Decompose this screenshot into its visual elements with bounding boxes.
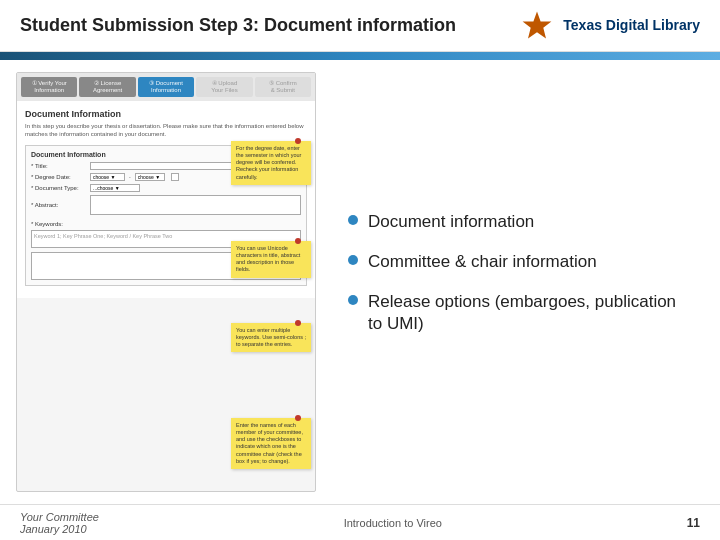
- degree-date-checkbox[interactable]: [171, 173, 179, 181]
- bullet-dot-1: [348, 215, 358, 225]
- svg-marker-0: [523, 11, 552, 38]
- keywords-label: * Keywords:: [31, 221, 86, 227]
- accent-bar: [0, 52, 720, 60]
- bullet-dot-2: [348, 255, 358, 265]
- step-bar: ① Verify YourInformation ② LicenseAgreem…: [17, 73, 315, 101]
- sticky-pin-3: [295, 320, 301, 326]
- abstract-input[interactable]: [90, 195, 301, 215]
- logo-star-icon: [519, 8, 555, 44]
- footer: Your Committee January 2010 Introduction…: [0, 504, 720, 540]
- sticky-note-2: You can use Unicode characters in title,…: [231, 241, 311, 278]
- sticky-note-4: Enter the names of each member of your c…: [231, 418, 311, 469]
- footer-left: Your Committee January 2010: [20, 511, 99, 535]
- right-panel: Document information Committee & chair i…: [332, 72, 704, 492]
- title-label: * Title:: [31, 163, 86, 169]
- sticky-pin-1: [295, 138, 301, 144]
- abstract-label: * Abstract:: [31, 202, 86, 208]
- doc-type-row: * Document Type: ...choose ▼: [31, 184, 301, 192]
- degree-date-select-1[interactable]: choose ▼: [90, 173, 125, 181]
- doc-form-desc: In this step you describe your thesis or…: [25, 123, 307, 139]
- bullet-list: Document information Committee & chair i…: [348, 211, 688, 353]
- step-2: ② LicenseAgreement: [79, 77, 135, 97]
- footer-center: Introduction to Vireo: [344, 517, 442, 529]
- left-panel: ① Verify YourInformation ② LicenseAgreem…: [16, 72, 316, 492]
- degree-date-label: * Degree Date:: [31, 174, 86, 180]
- step-1: ① Verify YourInformation: [21, 77, 77, 97]
- sticky-pin-2: [295, 238, 301, 244]
- bullet-item-3: Release options (embargoes, publication …: [348, 291, 688, 335]
- header: Student Submission Step 3: Document info…: [0, 0, 720, 52]
- keywords-row: * Keywords:: [31, 221, 301, 227]
- abstract-row: * Abstract:: [31, 195, 301, 215]
- sticky-pin-4: [295, 415, 301, 421]
- sticky-note-3: You can enter multiple keywords. Use sem…: [231, 323, 311, 352]
- step-5: ⑤ Confirm& Submit: [255, 77, 311, 97]
- doc-type-label: * Document Type:: [31, 185, 86, 191]
- sticky-note-1: For the degree date, enter the semester …: [231, 141, 311, 185]
- bullet-dot-3: [348, 295, 358, 305]
- doc-type-select[interactable]: ...choose ▼: [90, 184, 140, 192]
- logo-area: Texas Digital Library: [519, 8, 700, 44]
- bullet-item-2: Committee & chair information: [348, 251, 688, 273]
- logo-text: Texas Digital Library: [563, 17, 700, 34]
- bullet-item-1: Document information: [348, 211, 688, 233]
- footer-page-number: 11: [687, 516, 700, 530]
- degree-date-select-2[interactable]: choose ▼: [135, 173, 165, 181]
- step-4: ④ UploadYour Files: [196, 77, 252, 97]
- page-title: Student Submission Step 3: Document info…: [20, 15, 456, 36]
- step-3: ③ DocumentInformation: [138, 77, 194, 97]
- main-content: ① Verify YourInformation ② LicenseAgreem…: [0, 60, 720, 504]
- doc-form-title: Document Information: [25, 109, 307, 119]
